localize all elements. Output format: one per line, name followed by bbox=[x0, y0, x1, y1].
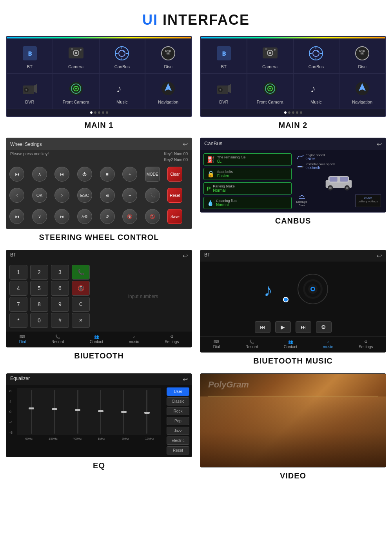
ctrl-prev[interactable]: ⏮ bbox=[255, 321, 270, 333]
bt-tab-contact[interactable]: 👥 Contact bbox=[87, 334, 105, 345]
eq-sliders-area: 8 4 0 -4 -8 bbox=[6, 385, 164, 457]
dial-hangup[interactable]: 📵 bbox=[72, 281, 90, 296]
menu2-item-navigation[interactable]: Navigation bbox=[339, 74, 385, 109]
sw-btn-right[interactable]: > bbox=[54, 188, 69, 203]
sw-btn-power[interactable]: ⏻ bbox=[77, 167, 92, 182]
sw-btn-repeat[interactable]: ↺ bbox=[100, 209, 115, 224]
btm-tab-dial[interactable]: ⌨ Dial bbox=[211, 339, 222, 350]
preset-rock[interactable]: Rock bbox=[167, 407, 189, 415]
sw-btn-left[interactable]: < bbox=[9, 188, 24, 203]
bt-tab-record[interactable]: 📞 Record bbox=[49, 334, 66, 345]
preset-electric[interactable]: Electric bbox=[167, 436, 189, 445]
dial-0[interactable]: 0 bbox=[30, 313, 48, 328]
ctrl-eq[interactable]: ⚙ bbox=[316, 321, 332, 333]
ctrl-play[interactable]: ▶ bbox=[275, 321, 291, 333]
slider-400hz-thumb[interactable] bbox=[75, 409, 80, 411]
bt-tab-music[interactable]: ♪ music bbox=[127, 334, 142, 345]
sw-btn-call[interactable]: 📞 bbox=[145, 188, 160, 203]
dial-call[interactable]: 📞 bbox=[72, 265, 90, 280]
dial-c[interactable]: C bbox=[72, 297, 90, 312]
menu2-item-camera[interactable]: Camera bbox=[247, 38, 293, 74]
sw-btn-rew[interactable]: ⏮ bbox=[9, 167, 24, 182]
main1-wrapper: ʙ BT Camera CanBus bbox=[6, 36, 192, 130]
btm-settings-tab-label: Settings bbox=[359, 345, 373, 349]
menu2-item-bt[interactable]: ʙ BT bbox=[201, 38, 247, 74]
menu-item-navigation[interactable]: Navigation bbox=[145, 74, 191, 109]
sw-btn-hangup[interactable]: 📵 bbox=[145, 209, 160, 224]
main2-grid: ʙ BT Camera CanBus bbox=[201, 38, 385, 109]
sw-btn-next-next[interactable]: ⏭ bbox=[54, 209, 69, 224]
sw-btn-vol-up[interactable]: + bbox=[122, 167, 137, 182]
dot-5 bbox=[106, 111, 108, 114]
sw-btn-vol-down[interactable]: − bbox=[122, 188, 137, 203]
sw-btn-ok[interactable]: OK bbox=[32, 188, 47, 203]
dial-5[interactable]: 5 bbox=[30, 281, 48, 296]
menu2-item-canbus[interactable]: CanBus bbox=[293, 38, 339, 74]
preset-reset[interactable]: Reset bbox=[167, 446, 189, 455]
sw-btn-esc[interactable]: ESC bbox=[77, 188, 92, 203]
menu2-item-music[interactable]: ♪ Music bbox=[293, 74, 339, 109]
btm-settings-tab-icon: ⚙ bbox=[364, 340, 368, 344]
ctrl-next[interactable]: ⏭ bbox=[296, 321, 311, 333]
sw-btn-save[interactable]: Save bbox=[167, 209, 182, 224]
menu-item-camera[interactable]: Camera bbox=[53, 38, 99, 74]
eq-scale-sliders: 8 4 0 -4 -8 bbox=[9, 388, 161, 435]
sw-btn-mute[interactable]: 🔇 bbox=[122, 209, 137, 224]
menu-item-bt[interactable]: ʙ BT bbox=[7, 38, 53, 74]
sw-btn-up[interactable]: ∧ bbox=[32, 167, 47, 182]
menu2-item-disc[interactable]: DVD Disc bbox=[339, 38, 385, 74]
engine-speed-value: 0RPM bbox=[306, 157, 325, 161]
sw-btn-playpause[interactable]: ⏯ bbox=[100, 188, 115, 203]
sw-buttons-row1: ⏮ ∧ ⏭ ⏻ ■ + MODE Clear bbox=[6, 164, 192, 185]
sw-btn-ab[interactable]: A-B bbox=[77, 209, 92, 224]
dial-6[interactable]: 6 bbox=[51, 281, 69, 296]
dial-hash[interactable]: # bbox=[51, 313, 69, 328]
sw-btn-prev-prev[interactable]: ⏮ bbox=[9, 209, 24, 224]
svg-point-43 bbox=[317, 51, 319, 52]
bt-tab-settings[interactable]: ⚙ Settings bbox=[162, 334, 181, 345]
sw-btn-reset[interactable]: Reset bbox=[167, 188, 182, 203]
sw-btn-mode[interactable]: MODE bbox=[145, 167, 160, 182]
btm-tab-music[interactable]: ♪ music bbox=[321, 339, 336, 350]
bt-music-return[interactable]: ↩ bbox=[377, 252, 382, 260]
menu-item-front-camera[interactable]: Front Camera bbox=[53, 74, 99, 109]
preset-user[interactable]: User bbox=[167, 387, 189, 396]
svg-point-36 bbox=[274, 49, 276, 51]
sw-btn-down[interactable]: ∨ bbox=[32, 209, 47, 224]
video-wrapper: PolyGram VIDEO bbox=[200, 373, 386, 480]
canbus-return-btn[interactable]: ↩ bbox=[377, 140, 382, 148]
eq-return-btn[interactable]: ↩ bbox=[183, 376, 188, 383]
bt-phone-return[interactable]: ↩ bbox=[183, 252, 188, 260]
btm-tab-record[interactable]: 📞 Record bbox=[243, 339, 260, 350]
sw-btn-clear[interactable]: Clear bbox=[167, 167, 182, 182]
preset-pop[interactable]: Pop bbox=[167, 417, 189, 425]
dial-2[interactable]: 2 bbox=[30, 265, 48, 280]
dial-8[interactable]: 8 bbox=[30, 297, 48, 312]
dial-3[interactable]: 3 bbox=[51, 265, 69, 280]
preset-classic[interactable]: Classic bbox=[167, 397, 189, 405]
slider-150hz-thumb[interactable] bbox=[52, 408, 57, 410]
sw-return-btn[interactable]: ↩ bbox=[183, 140, 188, 148]
dial-4[interactable]: 4 bbox=[9, 281, 27, 296]
menu2-item-front-camera[interactable]: Front Camera bbox=[247, 74, 293, 109]
bt-tab-dial[interactable]: ⌨ Dial bbox=[17, 334, 28, 345]
menu2-item-dvr[interactable]: DVR bbox=[201, 74, 247, 109]
menu-item-disc[interactable]: DVD Disc bbox=[145, 38, 191, 74]
menu-item-music[interactable]: ♪ Music bbox=[99, 74, 145, 109]
dial-x[interactable]: ✕ bbox=[72, 313, 90, 328]
slider-60hz-thumb[interactable] bbox=[29, 407, 34, 409]
preset-jazz[interactable]: Jazz bbox=[167, 427, 189, 435]
btm-tab-settings[interactable]: ⚙ Settings bbox=[356, 339, 375, 350]
eq-panel: Equalizer ↩ 8 4 0 -4 -8 bbox=[6, 373, 192, 457]
sw-btn-fwd[interactable]: ⏭ bbox=[54, 167, 69, 182]
dial-7[interactable]: 7 bbox=[9, 297, 27, 312]
dial-1[interactable]: 1 bbox=[9, 265, 27, 280]
engine-speed-row: Engine speed 0RPM bbox=[296, 153, 383, 161]
menu-item-canbus[interactable]: CanBus bbox=[99, 38, 145, 74]
dial-9[interactable]: 9 bbox=[51, 297, 69, 312]
dial-star[interactable]: * bbox=[9, 313, 27, 328]
btm-tab-contact[interactable]: 👥 Contact bbox=[281, 339, 299, 350]
freq-400hz: 400Hz bbox=[65, 437, 89, 440]
sw-btn-stop[interactable]: ■ bbox=[100, 167, 115, 182]
menu-item-dvr[interactable]: DVR bbox=[7, 74, 53, 109]
